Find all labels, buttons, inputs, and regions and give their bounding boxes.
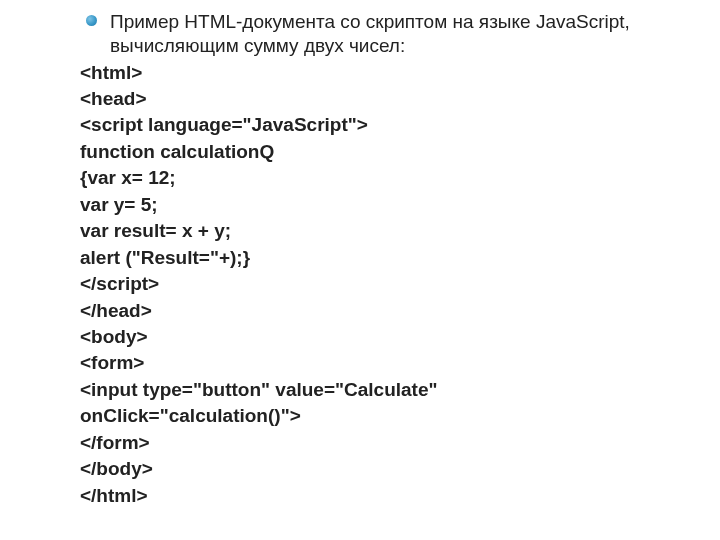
- code-line: alert ("Result="+);}: [80, 245, 690, 270]
- code-line: <form>: [80, 350, 690, 375]
- code-line: </html>: [80, 483, 690, 508]
- code-line: </body>: [80, 456, 690, 481]
- bullet-icon: [86, 15, 97, 26]
- code-line: </form>: [80, 430, 690, 455]
- code-line: </head>: [80, 298, 690, 323]
- slide-content: Пример HTML-документа со скриптом на язы…: [0, 0, 720, 508]
- code-line: </script>: [80, 271, 690, 296]
- code-line: var y= 5;: [80, 192, 690, 217]
- code-line: var result= x + y;: [80, 218, 690, 243]
- code-listing: <html> <head> <script language="JavaScri…: [80, 60, 690, 509]
- code-line: <input type="button" value="Calculate": [80, 377, 690, 402]
- intro-text: Пример HTML-документа со скриптом на язы…: [110, 11, 630, 56]
- code-line: <html>: [80, 60, 690, 85]
- code-line: {var x= 12;: [80, 165, 690, 190]
- intro-paragraph: Пример HTML-документа со скриптом на язы…: [80, 10, 690, 58]
- code-line: <script language="JavaScript">: [80, 112, 690, 137]
- code-line: <body>: [80, 324, 690, 349]
- code-line: function calculationQ: [80, 139, 690, 164]
- code-line: <head>: [80, 86, 690, 111]
- code-line: onClick="calculation()">: [80, 403, 690, 428]
